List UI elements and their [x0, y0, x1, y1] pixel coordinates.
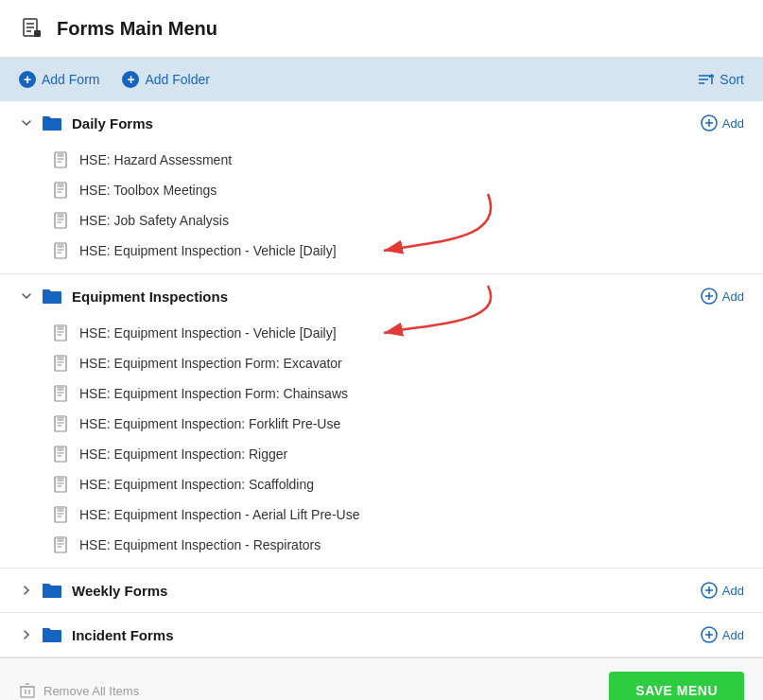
form-item-icon	[53, 242, 70, 259]
form-item-label: HSE: Equipment Inspection - Vehicle [Dai…	[79, 325, 337, 341]
folder-items-daily-forms: HSE: Hazard Assessment HSE: Toolbox Meet…	[0, 145, 763, 273]
svg-rect-4	[34, 30, 41, 37]
form-item-icon	[53, 385, 70, 402]
folder-add-button-equipment-inspections[interactable]: Add	[701, 288, 744, 305]
add-label: Add	[722, 116, 744, 131]
form-item-label: HSE: Equipment Inspection Form: Excavato…	[79, 356, 342, 371]
chevron-right-icon	[19, 583, 34, 598]
form-item-icon	[53, 536, 70, 553]
list-item[interactable]: HSE: Equipment Inspection Form: Chainsaw…	[53, 378, 744, 409]
folder-add-button-daily-forms[interactable]: Add	[701, 114, 744, 131]
add-label: Add	[722, 628, 744, 642]
folder-add-button-incident-forms[interactable]: Add	[701, 626, 744, 643]
list-item[interactable]: HSE: Equipment Inspection - Respirators	[53, 530, 744, 560]
form-item-label: HSE: Equipment Inspection: Forklift Pre-…	[79, 416, 340, 431]
form-item-label: HSE: Equipment Inspection - Respirators	[79, 537, 321, 552]
form-item-icon	[53, 446, 70, 463]
folder-add-button-weekly-forms[interactable]: Add	[701, 582, 744, 599]
folder-section-incident-forms: Incident Forms Add	[0, 613, 763, 657]
add-label: Add	[722, 584, 744, 598]
list-item[interactable]: HSE: Equipment Inspection - Aerial Lift …	[53, 499, 744, 530]
page-header: Forms Main Menu	[0, 0, 763, 58]
chevron-down-icon	[19, 115, 34, 131]
trash-icon	[19, 682, 36, 699]
remove-all-button[interactable]: Remove All Items	[19, 682, 139, 699]
main-content: Daily Forms Add HSE: Hazard Assessment H…	[0, 101, 763, 657]
list-item[interactable]: HSE: Equipment Inspection - Vehicle [Dai…	[53, 236, 744, 266]
list-item[interactable]: HSE: Toolbox Meetings	[53, 175, 744, 205]
folder-header-daily-forms[interactable]: Daily Forms Add	[0, 101, 763, 145]
form-item-label: HSE: Job Safety Analysis	[79, 213, 229, 228]
folder-section-daily-forms: Daily Forms Add HSE: Hazard Assessment H…	[0, 101, 763, 274]
folder-name: Weekly Forms	[72, 583, 701, 599]
chevron-down-icon	[19, 289, 34, 304]
form-item-icon	[53, 506, 70, 523]
form-item-icon	[53, 415, 70, 432]
folder-name: Incident Forms	[72, 627, 701, 643]
form-item-label: HSE: Equipment Inspection: Rigger	[79, 446, 287, 462]
list-item[interactable]: HSE: Equipment Inspection: Scaffolding	[53, 469, 744, 499]
form-item-icon	[53, 476, 70, 493]
folder-header-weekly-forms[interactable]: Weekly Forms Add	[0, 569, 763, 612]
add-folder-icon: +	[122, 71, 139, 88]
save-menu-button[interactable]: SAVE MENU	[609, 672, 744, 700]
list-item[interactable]: HSE: Equipment Inspection: Forklift Pre-…	[53, 409, 744, 439]
form-item-icon	[53, 324, 70, 341]
add-folder-button[interactable]: + Add Folder	[122, 71, 209, 88]
list-item[interactable]: HSE: Equipment Inspection: Rigger	[53, 439, 744, 469]
folder-icon	[42, 288, 62, 305]
form-item-icon	[53, 355, 70, 372]
folder-items-equipment-inspections: HSE: Equipment Inspection - Vehicle [Dai…	[0, 318, 763, 568]
bottom-bar: Remove All Items SAVE MENU	[0, 657, 763, 700]
form-item-label: HSE: Equipment Inspection Form: Chainsaw…	[79, 386, 348, 401]
form-item-label: HSE: Equipment Inspection: Scaffolding	[79, 477, 314, 492]
form-item-label: HSE: Hazard Assessment	[79, 152, 232, 167]
folder-section-weekly-forms: Weekly Forms Add	[0, 569, 763, 613]
form-item-icon	[53, 212, 70, 229]
form-item-icon	[53, 182, 70, 199]
form-item-icon	[53, 151, 70, 168]
form-item-label: HSE: Toolbox Meetings	[79, 183, 217, 198]
form-item-label: HSE: Equipment Inspection - Aerial Lift …	[79, 507, 359, 522]
folder-icon	[42, 582, 62, 599]
folder-header-incident-forms[interactable]: Incident Forms Add	[0, 613, 763, 656]
folder-icon	[42, 114, 62, 131]
folder-name: Daily Forms	[72, 115, 701, 131]
add-form-button[interactable]: + Add Form	[19, 71, 99, 88]
folder-header-equipment-inspections[interactable]: Equipment Inspections Add	[0, 274, 763, 318]
page-header-icon	[19, 15, 45, 42]
sort-button[interactable]: Sort	[697, 71, 744, 88]
toolbar: + Add Form + Add Folder Sort	[0, 58, 763, 101]
folder-section-equipment-inspections: Equipment Inspections Add HSE: Equipment…	[0, 274, 763, 569]
add-label: Add	[722, 289, 744, 304]
page-title: Forms Main Menu	[57, 18, 217, 40]
sort-icon	[697, 71, 714, 88]
folder-icon	[42, 626, 62, 643]
list-item[interactable]: HSE: Equipment Inspection Form: Excavato…	[53, 348, 744, 378]
chevron-right-icon	[19, 627, 34, 642]
svg-rect-82	[21, 687, 34, 697]
form-item-label: HSE: Equipment Inspection - Vehicle [Dai…	[79, 243, 337, 258]
list-item[interactable]: HSE: Equipment Inspection - Vehicle [Dai…	[53, 318, 744, 348]
list-item[interactable]: HSE: Hazard Assessment	[53, 145, 744, 175]
list-item[interactable]: HSE: Job Safety Analysis	[53, 205, 744, 236]
folder-name: Equipment Inspections	[72, 289, 701, 305]
add-form-icon: +	[19, 71, 36, 88]
